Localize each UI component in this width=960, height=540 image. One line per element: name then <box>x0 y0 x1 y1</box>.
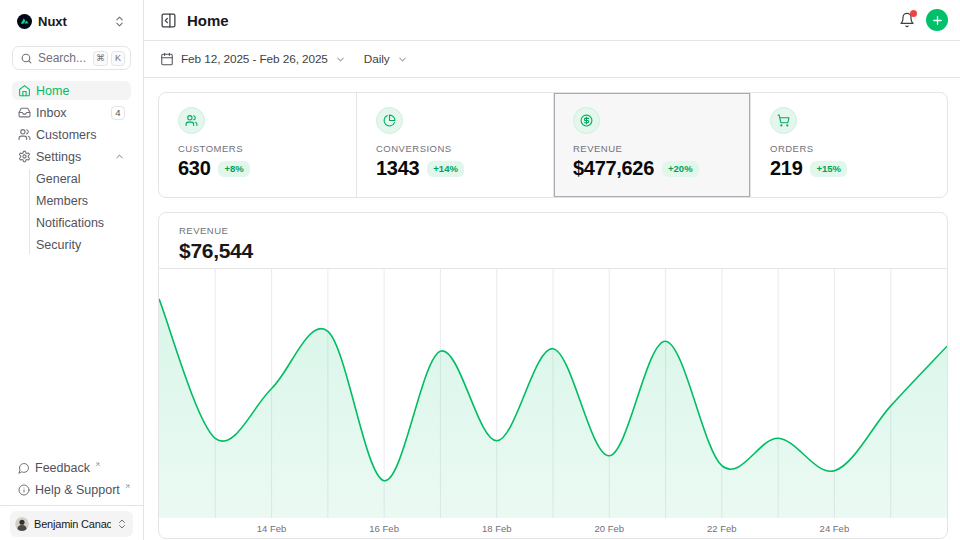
inbox-count-badge: 4 <box>111 106 125 120</box>
x-axis-label: 14 Feb <box>257 523 287 534</box>
stat-delta-badge: +8% <box>218 161 249 177</box>
circle-dollar-icon <box>573 107 600 134</box>
team-name: Nuxt <box>38 14 107 29</box>
kbd-k: K <box>111 51 125 66</box>
chart-label: REVENUE <box>179 225 927 236</box>
topbar-left: Home <box>160 12 899 29</box>
x-axis-label: 22 Feb <box>707 523 737 534</box>
shopping-cart-icon <box>770 107 797 134</box>
content: CUSTOMERS 630 +8% CONVERSIONS 1343 +14% <box>144 78 960 540</box>
topbar: Home <box>144 0 960 41</box>
sidebar-item-home[interactable]: Home <box>12 81 131 100</box>
avatar <box>15 517 29 531</box>
stats-row: CUSTOMERS 630 +8% CONVERSIONS 1343 +14% <box>158 92 948 198</box>
add-button[interactable] <box>926 9 948 31</box>
chevrons-up-down-icon <box>113 15 126 28</box>
search-input[interactable]: Search... ⌘ K <box>12 46 131 70</box>
chevron-down-icon <box>335 54 346 65</box>
feedback-link[interactable]: Feedback <box>12 458 131 477</box>
x-axis-label: 16 Feb <box>369 523 399 534</box>
settings-icon <box>18 150 31 163</box>
sidebar-item-customers[interactable]: Customers <box>12 125 131 144</box>
page-title: Home <box>187 12 229 29</box>
chevron-down-icon <box>397 54 408 65</box>
stat-value: 219 <box>770 157 802 180</box>
stat-value: 1343 <box>376 157 419 180</box>
x-axis-label: 24 Feb <box>820 523 850 534</box>
x-axis-label: 20 Feb <box>594 523 624 534</box>
sidebar-divider <box>0 505 143 506</box>
search-icon <box>20 52 33 65</box>
stat-card-revenue[interactable]: REVENUE $477,626 +20% <box>553 93 750 197</box>
search-placeholder: Search... <box>38 51 88 65</box>
external-link-icon <box>94 461 101 468</box>
plus-icon <box>931 14 944 27</box>
sidebar-item-settings[interactable]: Settings <box>12 147 131 166</box>
stat-value: $477,626 <box>573 157 654 180</box>
period-value: Daily <box>364 52 390 66</box>
stat-card-customers[interactable]: CUSTOMERS 630 +8% <box>159 93 356 197</box>
chevron-up-icon <box>114 151 125 162</box>
stat-card-orders[interactable]: ORDERS 219 +15% <box>750 93 947 197</box>
date-range-picker[interactable]: Feb 12, 2025 - Feb 26, 2025 <box>160 52 346 66</box>
x-axis-label: 18 Feb <box>482 523 512 534</box>
external-link-icon <box>124 483 131 490</box>
team-switcher[interactable]: Nuxt <box>12 10 131 32</box>
user-menu[interactable]: Benjamin Canac <box>10 511 133 537</box>
home-icon <box>18 84 31 97</box>
stat-value: 630 <box>178 157 210 180</box>
settings-subnav: General Members Notifications Security <box>29 169 131 254</box>
notifications-button[interactable] <box>899 12 915 28</box>
message-circle-icon <box>18 462 30 474</box>
revenue-area-chart[interactable] <box>159 269 947 518</box>
calendar-icon <box>160 52 174 66</box>
chart-value: $76,544 <box>179 239 927 263</box>
panel-left-close-icon <box>160 12 177 29</box>
sidebar-item-members[interactable]: Members <box>35 191 131 210</box>
search-shortcut: ⌘ K <box>93 51 125 66</box>
sidebar-spacer <box>12 257 131 458</box>
notification-dot <box>910 10 917 17</box>
chevrons-up-down-icon <box>116 518 128 530</box>
stat-delta-badge: +20% <box>662 161 699 177</box>
chart-pie-icon <box>376 107 403 134</box>
users-icon <box>18 128 31 141</box>
stat-card-conversions[interactable]: CONVERSIONS 1343 +14% <box>356 93 553 197</box>
users-icon <box>178 107 205 134</box>
kbd-cmd: ⌘ <box>93 51 108 66</box>
nuxt-logo-icon <box>17 14 32 29</box>
stat-delta-badge: +15% <box>810 161 847 177</box>
inbox-icon <box>18 106 31 119</box>
revenue-chart-card: REVENUE $76,544 14 Feb16 Feb18 Feb20 Feb… <box>158 212 948 539</box>
sidebar-footer: Feedback Help & Support Benjamin Canac <box>12 458 131 540</box>
filter-toolbar: Feb 12, 2025 - Feb 26, 2025 Daily <box>144 41 960 78</box>
stat-delta-badge: +14% <box>427 161 464 177</box>
topbar-right <box>899 9 948 31</box>
chart-x-axis: 14 Feb16 Feb18 Feb20 Feb22 Feb24 Feb <box>159 518 947 539</box>
date-range-value: Feb 12, 2025 - Feb 26, 2025 <box>181 52 328 66</box>
sidebar: Nuxt Search... ⌘ K Home Inbox 4 Cust <box>0 0 144 540</box>
sidebar-item-inbox[interactable]: Inbox 4 <box>12 103 131 122</box>
user-name: Benjamin Canac <box>34 518 111 530</box>
main: Home Feb 12, 2025 - Feb 26, 2025 Daily <box>144 0 960 540</box>
sidebar-nav: Home Inbox 4 Customers Settings General … <box>12 81 131 257</box>
help-support-link[interactable]: Help & Support <box>12 480 131 499</box>
chart-header: REVENUE $76,544 <box>159 213 947 269</box>
sidebar-item-security[interactable]: Security <box>35 235 131 254</box>
sidebar-item-notifications[interactable]: Notifications <box>35 213 131 232</box>
info-icon <box>18 484 30 496</box>
sidebar-collapse-button[interactable] <box>160 12 177 29</box>
sidebar-item-general[interactable]: General <box>35 169 131 188</box>
app: Nuxt Search... ⌘ K Home Inbox 4 Cust <box>0 0 960 540</box>
period-select[interactable]: Daily <box>364 52 408 66</box>
